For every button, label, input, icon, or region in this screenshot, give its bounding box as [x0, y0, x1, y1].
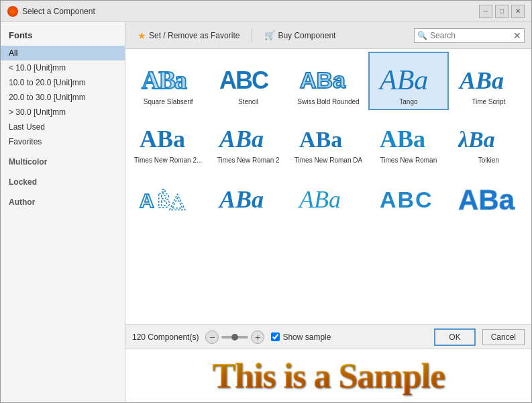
font-name-times-nr-da: Times New Roman DA [295, 156, 362, 165]
sample-preview: This is a Sample [125, 349, 531, 402]
zoom-minus-button[interactable]: − [205, 330, 219, 344]
font-preview-tolkien: λBa [453, 117, 525, 154]
svg-text:ABa: ABa [142, 66, 187, 94]
font-item-tolkien[interactable]: λBa Tolkien [449, 110, 529, 169]
zoom-plus-button[interactable]: + [251, 330, 264, 344]
font-preview-time-script: ABa [453, 58, 525, 95]
font-preview-times-nr: ABa [372, 117, 444, 154]
zoom-slider[interactable] [221, 336, 248, 339]
font-name-times-nr: Times New Roman [380, 156, 437, 165]
font-preview-r3-4: ABC [372, 175, 444, 216]
font-preview-r3-5: ABa [453, 175, 525, 216]
svg-text:ABa: ABa [378, 64, 428, 95]
sidebar-item-10to20[interactable]: 10.0 to 20.0 [Unit]mm [1, 75, 125, 90]
right-panel: ★ Set / Remove as Favorite 🛒 Buy Compone… [125, 22, 531, 402]
sidebar-item-20to30[interactable]: 20.0 to 30.0 [Unit]mm [1, 90, 125, 105]
font-item-r3-2[interactable]: ABa [208, 169, 288, 222]
svg-text:λBa: λBa [458, 127, 495, 152]
svg-text:ABa: ABa [218, 186, 264, 213]
section-author: Author [1, 189, 125, 210]
section-locked: Locked [1, 169, 125, 189]
component-count: 120 Component(s) [132, 332, 199, 342]
search-box: 🔍 ✕ [414, 28, 525, 43]
maximize-button[interactable]: □ [495, 5, 509, 18]
font-name-times-nr-2b: Times New Roman 2 [217, 156, 280, 165]
font-preview-times-nr-2a: ABa [132, 117, 204, 154]
svg-text:ABa: ABa [300, 67, 346, 93]
svg-text:ABa: ABa [458, 184, 515, 214]
show-sample-label[interactable]: Show sample [271, 332, 331, 342]
font-preview-r3-1: A Ḃ△ [132, 175, 204, 216]
cancel-button[interactable]: Cancel [482, 329, 525, 345]
title-bar: Select a Component ─ □ ✕ [1, 1, 531, 22]
zoom-controls: − + [205, 330, 264, 344]
toolbar-separator [252, 29, 252, 42]
svg-text:ABa: ABa [218, 126, 264, 152]
font-item-stencil[interactable]: ABC Stencil [208, 52, 288, 110]
font-grid-container[interactable]: ABa ABa Square Slabserif ABC Stencil [125, 49, 531, 324]
ok-button[interactable]: OK [434, 328, 475, 346]
font-item-times-nr-da[interactable]: ABa Times New Roman DA [288, 110, 368, 169]
sidebar-item-gt30[interactable]: > 30.0 [Unit]mm [1, 105, 125, 120]
font-preview-r3-2: ABa [212, 175, 284, 216]
font-preview-r3-3: ABa [292, 175, 364, 216]
bottom-bar: 120 Component(s) − + Show sample OK Canc… [125, 324, 531, 349]
font-name-square-slabserif: Square Slabserif [144, 98, 193, 106]
minimize-button[interactable]: ─ [479, 5, 492, 18]
svg-text:A: A [140, 189, 154, 212]
font-preview-stencil: ABC [212, 58, 284, 95]
buy-button[interactable]: 🛒 Buy Component [259, 28, 341, 43]
font-item-r3-5[interactable]: ABa [449, 169, 529, 222]
main-window: Select a Component ─ □ ✕ Fonts All < 10.… [0, 0, 532, 403]
show-sample-checkbox[interactable] [271, 332, 280, 341]
font-item-time-script[interactable]: ABa Time Script [449, 52, 529, 110]
font-item-r3-3[interactable]: ABa [288, 169, 368, 222]
svg-text:ABC: ABC [219, 66, 269, 94]
font-preview-tango: ABa [372, 58, 444, 95]
svg-text:ABa: ABa [298, 186, 341, 213]
title-controls: ─ □ ✕ [479, 5, 525, 18]
font-preview-swiss-bold: ABa ABa [292, 58, 364, 95]
font-item-times-nr-2b[interactable]: ABa Times New Roman 2 [208, 110, 288, 169]
toolbar: ★ Set / Remove as Favorite 🛒 Buy Compone… [125, 22, 531, 49]
svg-text:ABa: ABa [299, 127, 342, 152]
sidebar-item-lt10[interactable]: < 10.0 [Unit]mm [1, 60, 125, 75]
font-item-times-nr-2a[interactable]: ABa Times New Roman 2... [128, 110, 208, 169]
font-item-tango[interactable]: ABa Tango [368, 52, 448, 110]
font-item-times-nr[interactable]: ABa Times New Roman [368, 110, 448, 169]
sidebar-item-lastused[interactable]: Last Used [1, 120, 125, 134]
font-item-r3-1[interactable]: A Ḃ△ [128, 169, 208, 222]
font-item-swiss-bold[interactable]: ABa ABa Swiss Bold Rounded [288, 52, 368, 110]
font-preview-times-nr-2b: ABa [212, 117, 284, 154]
favorite-button[interactable]: ★ Set / Remove as Favorite [132, 28, 245, 44]
font-preview-times-nr-da: ABa [292, 117, 364, 154]
sidebar-item-favorites[interactable]: Favorites [1, 134, 125, 149]
app-icon [7, 6, 18, 17]
font-name-times-nr-2a: Times New Roman 2... [134, 156, 202, 165]
close-button[interactable]: ✕ [511, 5, 525, 18]
sidebar: Fonts All < 10.0 [Unit]mm 10.0 to 20.0 [… [1, 22, 125, 402]
font-preview-square-slabserif: ABa ABa [132, 58, 204, 95]
title-bar-left: Select a Component [7, 6, 95, 17]
font-name-tolkien: Tolkien [478, 156, 499, 165]
font-grid: ABa ABa Square Slabserif ABC Stencil [125, 49, 531, 225]
search-icon: 🔍 [417, 31, 427, 40]
svg-text:ABa: ABa [140, 126, 185, 152]
font-name-swiss-bold: Swiss Bold Rounded [297, 98, 359, 106]
star-icon: ★ [138, 30, 146, 41]
cart-icon: 🛒 [264, 30, 275, 40]
sample-text: This is a Sample [212, 356, 445, 396]
font-name-time-script: Time Script [472, 98, 505, 106]
sidebar-item-all[interactable]: All [1, 46, 125, 60]
svg-text:Ḃ△: Ḃ△ [157, 189, 185, 212]
font-name-stencil: Stencil [238, 98, 258, 106]
fonts-header: Fonts [1, 28, 125, 46]
main-content: Fonts All < 10.0 [Unit]mm 10.0 to 20.0 [… [1, 22, 531, 402]
section-multicolor: Multicolor [1, 149, 125, 169]
search-input[interactable] [430, 31, 511, 40]
font-item-square-slabserif[interactable]: ABa ABa Square Slabserif [128, 52, 208, 110]
search-clear-icon[interactable]: ✕ [513, 30, 521, 41]
window-title: Select a Component [22, 7, 95, 16]
font-item-r3-4[interactable]: ABC [368, 169, 448, 222]
svg-text:ABC: ABC [380, 187, 433, 212]
